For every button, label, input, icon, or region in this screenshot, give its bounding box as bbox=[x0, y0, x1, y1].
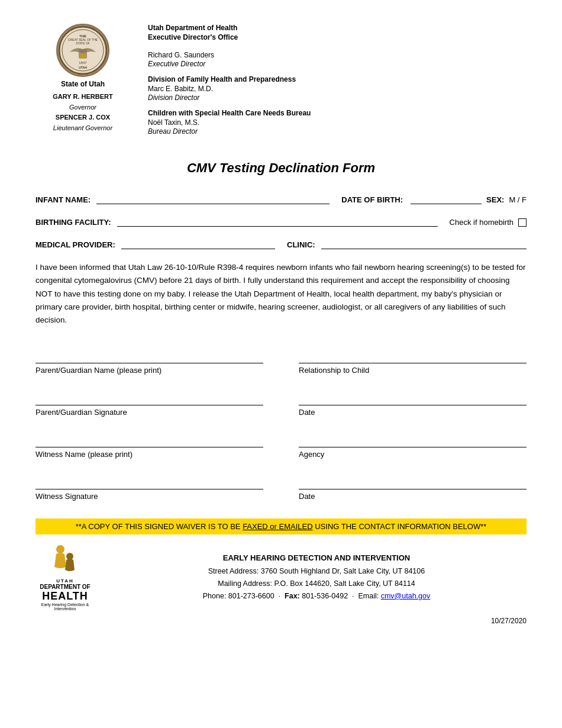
division-director-name: Marc E. Babitz, M.D. bbox=[148, 85, 527, 93]
date2-col: Date bbox=[299, 476, 527, 501]
relationship-col: Relationship to Child bbox=[299, 350, 527, 375]
svg-text:1847: 1847 bbox=[79, 61, 87, 65]
body-text: I have been informed that Utah Law 26-10… bbox=[35, 261, 527, 327]
infant-row: INFANT NAME: DATE OF BIRTH: SEX: M / F bbox=[35, 194, 527, 204]
governor-info: GARY R. HERBERT Governor SPENCER J. COX … bbox=[53, 92, 112, 133]
logo-dept-text: DEPARTMENT OF bbox=[40, 584, 90, 590]
email-label: Email: bbox=[358, 592, 379, 600]
seal-area: THE GREAT SEAL OF THE STATE OF 1847 UTAH… bbox=[35, 24, 130, 133]
phone: Phone: 801-273-6600 bbox=[203, 592, 274, 600]
agency-line bbox=[299, 434, 527, 447]
division-label: Division of Family Health and Preparedne… bbox=[148, 75, 527, 83]
agency-col: Agency bbox=[299, 434, 527, 459]
exec-director-name: Richard G. Saunders bbox=[148, 51, 527, 59]
relationship-line bbox=[299, 350, 527, 363]
exec-office: Executive Director's Office bbox=[148, 33, 527, 41]
date1-col: Date bbox=[299, 392, 527, 417]
notice-text-underline: FAXED or EMAILED bbox=[243, 522, 312, 531]
health-logo: UTAH DEPARTMENT OF HEALTH Early Hearing … bbox=[35, 543, 95, 611]
witness-sig-line bbox=[35, 476, 263, 489]
org-name: EARLY HEARING DETECTION AND INTERVENTION bbox=[106, 552, 527, 565]
sig-row-3: Witness Name (please print) Agency bbox=[35, 434, 527, 459]
state-seal: THE GREAT SEAL OF THE STATE OF 1847 UTAH bbox=[56, 24, 109, 77]
notice-text-prefix: **A COPY OF THIS SIGNED WAIVER IS TO BE bbox=[76, 522, 243, 531]
bureau-director-name: Noël Taxin, M.S. bbox=[148, 118, 527, 127]
clinic-line bbox=[321, 239, 527, 249]
lt-governor-name: SPENCER J. COX bbox=[53, 112, 112, 123]
birthing-facility-label: BIRTHING FACILITY: bbox=[35, 218, 111, 227]
witness-name-col: Witness Name (please print) bbox=[35, 434, 263, 459]
parent-name-col: Parent/Guardian Name (please print) bbox=[35, 350, 263, 375]
date1-line bbox=[299, 392, 527, 405]
witness-sig-label: Witness Signature bbox=[35, 492, 263, 501]
witness-name-line bbox=[35, 434, 263, 447]
homebirth-checkbox[interactable] bbox=[518, 218, 527, 227]
infant-name-group: INFANT NAME: bbox=[35, 194, 330, 204]
footer-address: EARLY HEARING DETECTION AND INTERVENTION… bbox=[106, 552, 527, 603]
bottom-footer: UTAH DEPARTMENT OF HEALTH Early Hearing … bbox=[35, 543, 527, 611]
dob-label: DATE OF BIRTH: bbox=[341, 195, 403, 204]
birthing-facility-line bbox=[117, 216, 438, 227]
governor-name: GARY R. HERBERT bbox=[53, 92, 112, 102]
division-director-title: Division Director bbox=[148, 94, 527, 102]
logo-health-text: HEALTH bbox=[42, 590, 88, 603]
governor-title: Governor bbox=[53, 102, 112, 113]
form-fields: INFANT NAME: DATE OF BIRTH: SEX: M / F B… bbox=[35, 194, 527, 249]
svg-point-9 bbox=[56, 545, 64, 553]
exec-director-title: Executive Director bbox=[148, 60, 527, 68]
provider-row: MEDICAL PROVIDER: CLINIC: bbox=[35, 239, 527, 249]
medical-provider-line bbox=[121, 239, 275, 249]
witness-name-label: Witness Name (please print) bbox=[35, 450, 263, 459]
date2-line bbox=[299, 476, 527, 489]
dept-info: Utah Department of Health Executive Dire… bbox=[148, 24, 527, 143]
svg-point-6 bbox=[80, 54, 86, 59]
parent-sig-col: Parent/Guardian Signature bbox=[35, 392, 263, 417]
witness-sig-col: Witness Signature bbox=[35, 476, 263, 501]
mailing-address: Mailing Address: P.O. Box 144620, Salt L… bbox=[106, 578, 527, 590]
agency-label: Agency bbox=[299, 450, 527, 459]
homebirth-label: Check if homebirth bbox=[450, 218, 513, 227]
birthing-row: BIRTHING FACILITY: Check if homebirth bbox=[35, 216, 527, 227]
sig-row-1: Parent/Guardian Name (please print) Rela… bbox=[35, 350, 527, 375]
fax-label: Fax: bbox=[285, 592, 300, 600]
birthing-facility-group: BIRTHING FACILITY: bbox=[35, 216, 438, 227]
sex-label: SEX: bbox=[486, 195, 504, 204]
contact-info: Phone: 801-273-6600 · Fax: 801-536-0492 … bbox=[106, 590, 527, 603]
logo-col-1 bbox=[53, 543, 77, 576]
clinic-label: CLINIC: bbox=[287, 240, 315, 249]
notice-bar: **A COPY OF THIS SIGNED WAIVER IS TO BE … bbox=[35, 518, 527, 534]
date2-label: Date bbox=[299, 492, 527, 501]
svg-text:UTAH: UTAH bbox=[79, 66, 87, 69]
logo-sub-text: Early Hearing Detection & Intervention bbox=[35, 603, 95, 611]
parent-name-label: Parent/Guardian Name (please print) bbox=[35, 366, 263, 375]
medical-provider-label: MEDICAL PROVIDER: bbox=[35, 240, 115, 249]
medical-provider-group: MEDICAL PROVIDER: bbox=[35, 239, 275, 249]
page-header: THE GREAT SEAL OF THE STATE OF 1847 UTAH… bbox=[35, 24, 527, 143]
parent-sig-label: Parent/Guardian Signature bbox=[35, 408, 263, 417]
relationship-label: Relationship to Child bbox=[299, 366, 527, 375]
state-name: State of Utah bbox=[61, 80, 105, 88]
street-address: Street Address: 3760 South Highland Dr, … bbox=[106, 565, 527, 578]
email-link[interactable]: cmv@utah.gov bbox=[381, 592, 431, 600]
dob-line bbox=[411, 194, 482, 204]
date-stamp: 10/27/2020 bbox=[35, 617, 527, 625]
sex-options: M / F bbox=[509, 195, 527, 204]
parent-sig-line bbox=[35, 392, 263, 405]
homebirth-group: Check if homebirth bbox=[450, 218, 527, 227]
notice-text-suffix: USING THE CONTACT INFORMATION BELOW** bbox=[313, 522, 487, 531]
infant-name-line bbox=[96, 194, 330, 204]
svg-text:STATE OF: STATE OF bbox=[76, 41, 90, 45]
fax: 801-536-0492 bbox=[302, 592, 348, 600]
form-title: CMV Testing Declination Form bbox=[35, 160, 527, 176]
signature-section: Parent/Guardian Name (please print) Rela… bbox=[35, 350, 527, 501]
logo-utah-text: UTAH bbox=[56, 578, 74, 584]
bureau-label: Children with Special Health Care Needs … bbox=[148, 109, 527, 117]
lt-governor-title: Lieutenant Governor bbox=[53, 123, 112, 134]
sig-row-2: Parent/Guardian Signature Date bbox=[35, 392, 527, 417]
dept-title: Utah Department of Health bbox=[148, 24, 527, 32]
bureau-director-title: Bureau Director bbox=[148, 127, 527, 136]
date1-label: Date bbox=[299, 408, 527, 417]
sig-row-4: Witness Signature Date bbox=[35, 476, 527, 501]
infant-name-label: INFANT NAME: bbox=[35, 195, 91, 204]
logo-shapes bbox=[53, 543, 77, 576]
